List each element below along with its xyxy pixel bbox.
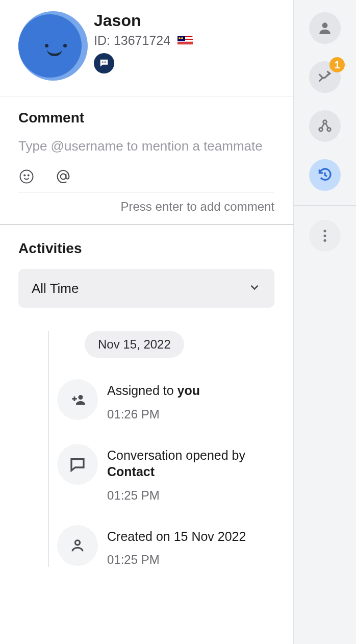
right-sidebar: 1 — [294, 0, 356, 644]
contact-avatar — [18, 11, 88, 81]
contact-name: Jason — [94, 11, 193, 30]
activities-filter-dropdown[interactable]: All Time — [18, 269, 274, 308]
activity-timeline: Nov 15, 2022 Assigned to you 01:26 PM — [18, 331, 274, 567]
sidebar-merge-button[interactable]: 1 — [309, 61, 341, 93]
svg-point-2 — [105, 62, 106, 63]
contact-id: ID: 13671724 — [94, 33, 170, 48]
profile-header: Jason ID: 13671724 — [0, 0, 293, 96]
sidebar-more-button[interactable] — [309, 220, 341, 252]
activity-time: 01:25 PM — [107, 553, 246, 567]
sidebar-share-button[interactable] — [309, 110, 341, 142]
channel-chat-icon — [94, 53, 114, 73]
comment-input[interactable] — [18, 138, 274, 154]
svg-point-6 — [61, 174, 66, 180]
svg-point-4 — [24, 175, 25, 176]
activities-section: Activities All Time Nov 15, 2022 Assigne… — [0, 225, 293, 644]
activity-item: Created on 15 Nov 2022 01:25 PM — [48, 525, 274, 567]
svg-point-8 — [322, 22, 328, 28]
activity-item: Assigned to you 01:26 PM — [48, 379, 274, 422]
activity-time: 01:25 PM — [107, 488, 274, 503]
svg-point-0 — [102, 62, 103, 63]
sidebar-history-button[interactable] — [309, 159, 341, 191]
activity-title: Assigned to you — [107, 382, 200, 399]
filter-selected-label: All Time — [32, 281, 79, 296]
activities-heading: Activities — [18, 240, 274, 257]
comment-section: Comment Press enter to add comment — [0, 96, 293, 225]
svg-point-7 — [75, 540, 80, 544]
activity-title: Created on 15 Nov 2022 — [107, 528, 246, 545]
comment-hint: Press enter to add comment — [18, 200, 274, 214]
person-add-icon — [57, 379, 98, 420]
activity-item: Conversation opened by Contact 01:25 PM — [48, 444, 274, 503]
notification-badge: 1 — [329, 57, 345, 72]
activity-time: 01:26 PM — [107, 407, 200, 422]
chat-icon — [57, 444, 98, 485]
svg-point-1 — [104, 62, 105, 63]
emoji-icon[interactable] — [18, 168, 35, 185]
person-icon — [57, 525, 98, 566]
svg-point-13 — [323, 234, 326, 237]
svg-point-3 — [20, 170, 33, 183]
svg-point-14 — [323, 239, 326, 242]
comment-heading: Comment — [18, 110, 274, 126]
country-flag-icon — [177, 36, 193, 45]
svg-point-5 — [28, 175, 29, 176]
svg-point-12 — [323, 230, 326, 232]
mention-icon[interactable] — [55, 168, 71, 185]
activity-date-group: Nov 15, 2022 — [85, 331, 184, 358]
chevron-down-icon — [248, 281, 261, 296]
sidebar-profile-button[interactable] — [309, 12, 341, 44]
activity-title: Conversation opened by Contact — [107, 447, 274, 480]
